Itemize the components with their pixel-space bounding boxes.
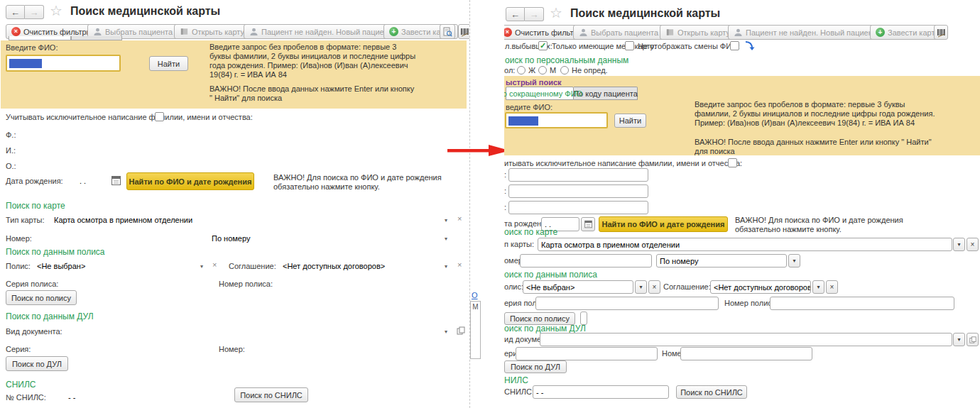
surname-input[interactable]	[508, 168, 648, 182]
policy-dropdown-button[interactable]: ▾	[635, 280, 647, 294]
policy-search-button[interactable]: Поиск по полису	[6, 290, 77, 305]
snils-search-button[interactable]: Поиск по СНИЛС	[676, 385, 747, 399]
agreement-clear-button[interactable]: ×	[826, 280, 838, 294]
section-dul-search: оиск по данным ДУЛ	[504, 324, 586, 333]
section-card-search: оиск по карте	[504, 227, 557, 237]
policy-dropdown-icon[interactable]: ▾	[200, 264, 203, 270]
dul-number-input[interactable]	[680, 347, 812, 360]
card-type-label: Тип карты:	[6, 216, 44, 224]
doc-type-dropdown-icon[interactable]: ▾	[445, 329, 447, 335]
policy-input[interactable]: <Не выбран>	[523, 280, 633, 294]
open-card-button[interactable]: Открыть карту	[660, 25, 736, 40]
barcode-icon	[460, 27, 469, 37]
card-number-input[interactable]	[520, 254, 652, 268]
back-button[interactable]: ←	[6, 5, 25, 19]
by-number-combo[interactable]: По номеру	[656, 254, 787, 268]
tab-short-fio[interactable]: По сокращенному ФИО	[506, 87, 574, 100]
edge-link-fragment[interactable]: О	[472, 291, 478, 299]
policy-clear-icon[interactable]: ×	[212, 261, 217, 269]
section-snils: НИЛС	[504, 375, 528, 385]
forward-arrow-icon: →	[30, 7, 39, 18]
gender-undefined-radio[interactable]	[560, 66, 569, 75]
apply-arrow-icon[interactable]	[744, 40, 756, 51]
snils-value[interactable]: - -	[68, 393, 75, 402]
doc-search-button[interactable]	[440, 24, 455, 39]
patronymic-label: О.:	[6, 162, 16, 170]
fio-input[interactable]	[6, 55, 121, 72]
open-card-button[interactable]: Открыть карту	[174, 24, 250, 39]
doc-type-dropdown-button[interactable]: ▾	[953, 333, 965, 346]
calendar-icon[interactable]	[111, 175, 121, 186]
exclusive-spelling-checkbox[interactable]	[728, 158, 737, 167]
check-icon: ✓	[540, 42, 546, 50]
agreement-input[interactable]: <Нет доступных договоров>	[710, 280, 811, 294]
gender-undefined-label: Не опред.	[572, 66, 608, 75]
snils-search-button[interactable]: Поиск по СНИЛС	[234, 387, 308, 402]
agreement-dropdown-icon[interactable]: ▾	[445, 264, 447, 270]
only-med-card-checkbox[interactable]	[625, 41, 634, 50]
by-number-dropdown-button[interactable]: ▾	[788, 254, 800, 268]
card-type-clear-icon[interactable]: ×	[457, 215, 462, 223]
page-title: Поиск медицинской карты	[70, 5, 220, 18]
policy-series-input[interactable]	[535, 297, 719, 310]
person-icon	[93, 27, 102, 36]
patronymic-input[interactable]	[508, 201, 648, 214]
find-button[interactable]: Найти	[149, 56, 188, 71]
policy-number-input[interactable]	[770, 297, 954, 310]
departed-filter-checkbox[interactable]: ✓	[538, 41, 548, 50]
card-type-dropdown-icon[interactable]: ▾	[445, 218, 447, 224]
gender-female-radio[interactable]	[517, 66, 526, 75]
find-by-fio-birthdate-button[interactable]: Найти по ФИО и дате рождения	[599, 216, 728, 232]
clear-filters-icon: ×	[504, 28, 512, 37]
favorite-star-icon[interactable]: ☆	[50, 4, 62, 18]
policy-value[interactable]: <Не выбран>	[37, 262, 85, 270]
agreement-value[interactable]: <Нет доступных договоров>	[283, 262, 385, 270]
forward-button[interactable]: →	[525, 7, 544, 21]
no-fio-changes-checkbox[interactable]	[730, 41, 739, 50]
clear-filters-icon: ×	[11, 27, 21, 36]
fio-important-text: ВАЖНО! После ввода данных нажмите Enter …	[209, 84, 417, 103]
dul-series-input[interactable]	[516, 347, 658, 360]
exclusive-spelling-checkbox[interactable]	[155, 112, 164, 121]
card-type-clear-button[interactable]: ×	[967, 238, 979, 251]
agreement-dropdown-button[interactable]: ▾	[812, 280, 824, 294]
card-type-input[interactable]: Карта осмотра в приемном отделении	[538, 238, 952, 251]
policy-series-label: Серия полиса:	[6, 280, 58, 288]
patient-not-found-button[interactable]: Пациент не найден. Новый пациент	[244, 24, 398, 39]
gender-male-radio[interactable]	[538, 66, 547, 75]
doc-type-copy-button[interactable]	[967, 333, 979, 346]
tab-patient-code[interactable]: По коду пациента	[574, 87, 638, 100]
gender-label: ол:	[504, 66, 515, 75]
card-type-dropdown-button[interactable]: ▾	[953, 238, 965, 251]
find-button[interactable]: Найти	[614, 114, 646, 128]
policy-clear-button[interactable]: ×	[648, 280, 660, 294]
dul-search-button[interactable]: Поиск по ДУЛ	[6, 356, 68, 371]
birthdate-value[interactable]: . .	[80, 177, 86, 185]
forward-button[interactable]: →	[25, 5, 44, 19]
calendar-button[interactable]	[581, 217, 595, 231]
barcode-button[interactable]	[934, 25, 948, 40]
by-number-value[interactable]: По номеру	[212, 234, 250, 243]
select-patient-button[interactable]: Выбрать пациента	[573, 25, 664, 40]
patient-not-found-label: Пациент не найден. Новый пациент	[746, 28, 876, 37]
barcode-button[interactable]	[458, 24, 470, 39]
back-arrow-icon: ←	[11, 7, 20, 18]
barcode-icon	[937, 28, 946, 38]
card-type-value[interactable]: Карта осмотра в приемном отделении	[54, 216, 192, 224]
agreement-clear-icon[interactable]: ×	[457, 261, 462, 269]
surname-label: :	[504, 170, 506, 179]
doc-type-input[interactable]	[540, 333, 952, 346]
dul-search-button[interactable]: Поиск по ДУЛ	[504, 360, 567, 373]
favorite-star-icon[interactable]: ☆	[550, 6, 562, 20]
doc-type-copy-icon[interactable]	[457, 326, 465, 335]
section-dul-search: Поиск по данным ДУЛ	[6, 311, 94, 321]
snils-input[interactable]: - -	[533, 385, 669, 399]
back-button[interactable]: ←	[506, 7, 525, 21]
fio-input[interactable]	[505, 112, 608, 128]
name-label: И.:	[6, 146, 16, 155]
name-input[interactable]	[508, 184, 648, 198]
by-number-dropdown-icon[interactable]: ▾	[445, 236, 447, 242]
patient-not-found-button[interactable]: Пациент не найден. Новый пациент	[728, 25, 882, 40]
find-by-fio-birthdate-button[interactable]: Найти по ФИО и дате рождения	[126, 172, 254, 190]
name-label: :	[504, 187, 506, 195]
